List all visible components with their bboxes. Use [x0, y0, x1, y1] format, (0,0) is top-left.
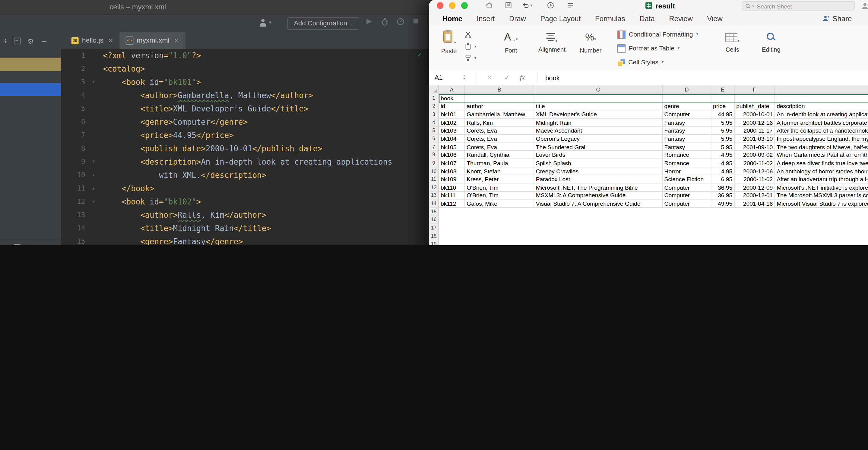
row-header[interactable]: 16: [429, 216, 439, 224]
row-header[interactable]: 4: [429, 119, 439, 127]
grid-cell[interactable]: Horror: [662, 167, 711, 175]
grid-cell[interactable]: Kress, Peter: [465, 175, 534, 184]
grid-cell[interactable]: Lover Birds: [534, 151, 662, 159]
caret-down-icon[interactable]: ▾: [516, 37, 518, 42]
row-header[interactable]: 11: [429, 175, 439, 184]
grid-cell[interactable]: The Microsoft MSXML3 parser is covered i…: [775, 192, 868, 200]
share-button[interactable]: Share: [822, 11, 852, 26]
grid-cell[interactable]: Science Fiction: [662, 175, 711, 184]
grid-cell[interactable]: 36.95: [711, 192, 735, 200]
grid-cell[interactable]: The two daughters of Maeve, half-sisters…: [775, 143, 868, 151]
grid-cell[interactable]: [534, 94, 662, 103]
tree-item-highlight[interactable]: [0, 58, 61, 71]
grid-cell[interactable]: 2000-09-02: [735, 151, 775, 159]
user-menu-button[interactable]: ▾: [259, 19, 276, 29]
grid-cell[interactable]: bk107: [439, 159, 465, 167]
search-input[interactable]: [755, 2, 851, 10]
editor-line[interactable]: 9▾ <description>An in-depth look at crea…: [61, 155, 429, 169]
column-header-a[interactable]: A: [439, 85, 465, 94]
grid-cell[interactable]: Computer: [662, 200, 711, 208]
cancel-icon[interactable]: ×: [487, 70, 493, 85]
row-header[interactable]: 15: [429, 208, 439, 216]
grid-cell[interactable]: Microsoft's .NET initiative is explored …: [775, 183, 868, 192]
grid-cell[interactable]: After the collapse of a nanotechnology s…: [775, 126, 868, 135]
editor-line[interactable]: 5 <title>XML Developer's Guide</title>: [61, 102, 429, 115]
grid-cell[interactable]: Computer: [662, 183, 711, 192]
sort-icon[interactable]: ▴▾: [4, 38, 6, 44]
column-header-f[interactable]: F: [735, 85, 775, 94]
grid-cell[interactable]: 2001-09-10: [735, 143, 775, 151]
grid-cell[interactable]: Maeve Ascendant: [534, 126, 662, 135]
grid-cell[interactable]: 5.95: [711, 126, 735, 135]
grid-cell[interactable]: bk101: [439, 111, 465, 119]
grid-cell[interactable]: 5.95: [711, 119, 735, 127]
select-all-corner[interactable]: [429, 85, 439, 94]
grid-cell[interactable]: Oberon's Legacy: [534, 135, 662, 143]
grid-cell[interactable]: bk105: [439, 143, 465, 151]
grid-cell[interactable]: An anthology of horror stories about roa…: [775, 167, 868, 175]
close-icon[interactable]: ×: [174, 36, 179, 45]
collapse-all-icon[interactable]: [13, 244, 20, 245]
mac-titlebar[interactable]: ▾ result ▾: [429, 0, 868, 11]
gear-icon[interactable]: ⚙: [27, 37, 34, 45]
editor-line[interactable]: 13 <author>Ralls, Kim</author>: [61, 208, 429, 222]
grid-cell[interactable]: XML Developer's Guide: [534, 111, 662, 119]
row-header[interactable]: 10: [429, 167, 439, 175]
home-icon[interactable]: [485, 1, 493, 12]
editor-line[interactable]: 11▴ </book>: [61, 182, 429, 195]
editor-line[interactable]: 1<?xml version="1.0"?>: [61, 49, 429, 62]
fold-marker-icon[interactable]: ▾: [93, 155, 95, 169]
grid-cell[interactable]: Paradox Lost: [534, 175, 662, 184]
formula-input[interactable]: [544, 72, 768, 84]
row-header[interactable]: 17: [429, 224, 439, 232]
grid-cell[interactable]: 36.95: [711, 183, 735, 192]
row-header[interactable]: 5: [429, 126, 439, 135]
grid-cell[interactable]: Corets, Eva: [465, 135, 534, 143]
number-group-button[interactable]: %▾ Number: [576, 29, 605, 54]
confirm-icon[interactable]: ✓: [504, 70, 510, 85]
grid-cell[interactable]: The Sundered Grail: [534, 143, 662, 151]
paste-button[interactable]: ▾ Paste: [437, 29, 461, 54]
grid-cell[interactable]: A deep sea diver finds true love twenty …: [775, 159, 868, 167]
grid-cell[interactable]: 2001-04-16: [735, 200, 775, 208]
undo-dropdown-icon[interactable]: ▾: [530, 3, 532, 8]
ribbon-tab-view[interactable]: View: [707, 14, 722, 23]
caret-down-icon[interactable]: ▾: [454, 40, 456, 45]
worksheet-grid[interactable]: ABCDEF 123456789101112131415161718192021…: [429, 85, 868, 245]
grid-cell[interactable]: 4.95: [711, 167, 735, 175]
stop-icon[interactable]: ■: [413, 17, 418, 25]
grid-cell[interactable]: In post-apocalypse England, the mysterio…: [775, 135, 868, 143]
grid-cell[interactable]: Romance: [662, 151, 711, 159]
grid-cell[interactable]: Fantasy: [662, 126, 711, 135]
history-icon[interactable]: [547, 1, 555, 12]
grid-cell[interactable]: O'Brien, Tim: [465, 192, 534, 200]
grid-cell[interactable]: Corets, Eva: [465, 143, 534, 151]
fold-marker-icon[interactable]: ▴: [93, 169, 95, 182]
grid-cell[interactable]: 4.95: [711, 159, 735, 167]
sort-icon[interactable]: ▴▾: [4, 245, 6, 245]
grid-cell[interactable]: Computer: [662, 192, 711, 200]
insert-function-button[interactable]: fx: [520, 70, 525, 85]
code-editor[interactable]: ✓ 1<?xml version="1.0"?>2<catalog>3▾ <bo…: [61, 49, 429, 245]
row-header[interactable]: 19: [429, 240, 439, 245]
grid-cell[interactable]: 2000-11-02: [735, 159, 775, 167]
grid-cell[interactable]: 5.95: [711, 143, 735, 151]
minimize-window-button[interactable]: [449, 2, 456, 9]
row-header[interactable]: 3: [429, 111, 439, 119]
debug-icon[interactable]: [381, 17, 389, 28]
editor-line[interactable]: 7 <price>44.95</price>: [61, 129, 429, 142]
search-field[interactable]: ▾: [742, 1, 855, 10]
grid-cell[interactable]: Randall, Cynthia: [465, 151, 534, 159]
grid-cell[interactable]: [662, 94, 711, 103]
grid-cell[interactable]: 2000-11-17: [735, 126, 775, 135]
grid-cell[interactable]: description: [775, 103, 868, 111]
grid-cell[interactable]: Midnight Rain: [534, 119, 662, 127]
grid-cell[interactable]: 2000-10-01: [735, 111, 775, 119]
ribbon-tab-page-layout[interactable]: Page Layout: [540, 14, 581, 23]
format-painter-button[interactable]: ▾: [464, 52, 487, 64]
copy-button[interactable]: ▾: [464, 40, 487, 52]
editor-line[interactable]: 15 <genre>Fantasy</genre>: [61, 235, 429, 245]
conditional-formatting-button[interactable]: Conditional Formatting ▾: [617, 29, 698, 39]
search-scope-caret-icon[interactable]: ▾: [752, 4, 754, 8]
grid-cell[interactable]: Romance: [662, 159, 711, 167]
